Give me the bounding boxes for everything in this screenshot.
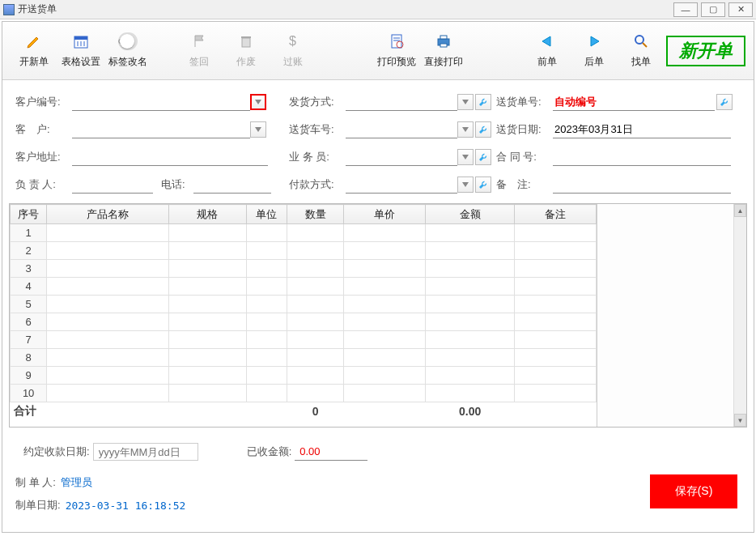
cell[interactable] [287, 224, 343, 242]
cell[interactable] [515, 260, 597, 278]
ship-method-config[interactable] [475, 94, 491, 110]
cell[interactable] [47, 349, 169, 367]
cell[interactable] [287, 331, 343, 349]
maximize-button[interactable]: ▢ [701, 2, 725, 17]
cell[interactable] [515, 278, 597, 296]
cell[interactable] [246, 367, 287, 385]
phone-input[interactable] [193, 176, 271, 194]
cell[interactable] [344, 331, 426, 349]
table-row[interactable]: 7 [11, 331, 597, 349]
cell[interactable] [344, 385, 426, 402]
cell[interactable] [246, 385, 287, 402]
cell[interactable] [425, 313, 515, 331]
sign-back-button[interactable]: 签回 [176, 27, 223, 75]
table-row[interactable]: 3 [11, 260, 597, 278]
cell[interactable] [169, 349, 247, 367]
customer-dropdown[interactable] [250, 121, 266, 138]
cell[interactable] [246, 296, 287, 313]
void-button[interactable]: 作废 [223, 27, 270, 75]
table-row[interactable]: 8 [11, 349, 597, 367]
order-no-config[interactable] [716, 94, 733, 110]
table-row[interactable]: 4 [11, 278, 597, 296]
ship-date-input[interactable] [553, 121, 731, 138]
cell[interactable] [425, 296, 515, 313]
remark-input[interactable] [553, 176, 731, 194]
pay-method-input[interactable] [346, 176, 457, 194]
prev-button[interactable]: 前单 [524, 27, 571, 75]
cell[interactable] [344, 278, 426, 296]
table-row[interactable]: 9 [11, 367, 597, 385]
cell[interactable] [515, 242, 597, 260]
cell[interactable] [47, 296, 169, 313]
cell[interactable] [47, 367, 169, 385]
column-header[interactable]: 单价 [344, 205, 426, 224]
cell[interactable] [515, 349, 597, 367]
table-row[interactable]: 1 [11, 224, 597, 242]
save-button[interactable]: 保存(S) [650, 474, 737, 508]
cell[interactable] [425, 349, 515, 367]
cell[interactable] [169, 331, 247, 349]
customer-input[interactable] [72, 121, 250, 138]
received-input[interactable] [295, 443, 367, 461]
cell[interactable] [47, 224, 169, 242]
column-header[interactable]: 规格 [169, 205, 247, 224]
vehicle-input[interactable] [346, 121, 457, 138]
vehicle-config[interactable] [475, 121, 491, 138]
find-button[interactable]: 找单 [618, 27, 665, 75]
cell[interactable] [246, 224, 287, 242]
column-header[interactable]: 单位 [246, 205, 287, 224]
cell[interactable] [287, 349, 343, 367]
cell[interactable] [344, 313, 426, 331]
cell[interactable] [246, 349, 287, 367]
column-header[interactable]: 数量 [287, 205, 343, 224]
cell[interactable] [425, 278, 515, 296]
cell[interactable] [47, 260, 169, 278]
cell[interactable] [515, 296, 597, 313]
cell[interactable] [287, 296, 343, 313]
cell[interactable] [425, 242, 515, 260]
cell[interactable] [47, 242, 169, 260]
vehicle-dropdown[interactable] [457, 121, 474, 138]
cell[interactable] [515, 385, 597, 402]
cell[interactable] [287, 260, 343, 278]
cell[interactable] [287, 367, 343, 385]
address-input[interactable] [72, 148, 268, 166]
column-header[interactable]: 备注 [515, 205, 597, 224]
label-rename-button[interactable]: OFF 标签改名 [104, 27, 151, 75]
cell[interactable] [515, 224, 597, 242]
ship-method-input[interactable] [346, 93, 457, 111]
table-row[interactable]: 2 [11, 242, 597, 260]
direct-print-button[interactable]: 直接打印 [420, 27, 467, 75]
column-header[interactable]: 金额 [425, 205, 515, 224]
cell[interactable] [344, 296, 426, 313]
cell[interactable] [47, 278, 169, 296]
cell[interactable] [246, 260, 287, 278]
column-header[interactable]: 序号 [11, 205, 47, 224]
ship-method-dropdown[interactable] [457, 94, 474, 110]
due-date-input[interactable] [93, 443, 198, 461]
cell[interactable] [169, 313, 247, 331]
next-button[interactable]: 后单 [571, 27, 618, 75]
product-table[interactable]: 序号产品名称规格单位数量单价金额备注 12345678910 合计 0 0.00 [10, 204, 597, 420]
pay-method-config[interactable] [475, 177, 491, 193]
scroll-down-icon[interactable]: ▼ [734, 414, 746, 427]
salesman-dropdown[interactable] [457, 149, 474, 165]
cell[interactable] [169, 296, 247, 313]
cell[interactable] [246, 313, 287, 331]
cell[interactable] [344, 349, 426, 367]
cell[interactable] [246, 242, 287, 260]
minimize-button[interactable]: — [673, 2, 698, 17]
cell[interactable] [169, 278, 247, 296]
manager-input[interactable] [72, 176, 153, 194]
cell[interactable] [344, 224, 426, 242]
close-button[interactable]: ✕ [728, 2, 753, 17]
cell[interactable] [246, 278, 287, 296]
cell[interactable] [515, 313, 597, 331]
new-order-button[interactable]: 开新单 [11, 27, 57, 75]
cell[interactable] [169, 385, 247, 402]
column-header[interactable]: 产品名称 [47, 205, 169, 224]
cell[interactable] [169, 242, 247, 260]
cell[interactable] [344, 367, 426, 385]
cell[interactable] [425, 331, 515, 349]
cell[interactable] [246, 331, 287, 349]
